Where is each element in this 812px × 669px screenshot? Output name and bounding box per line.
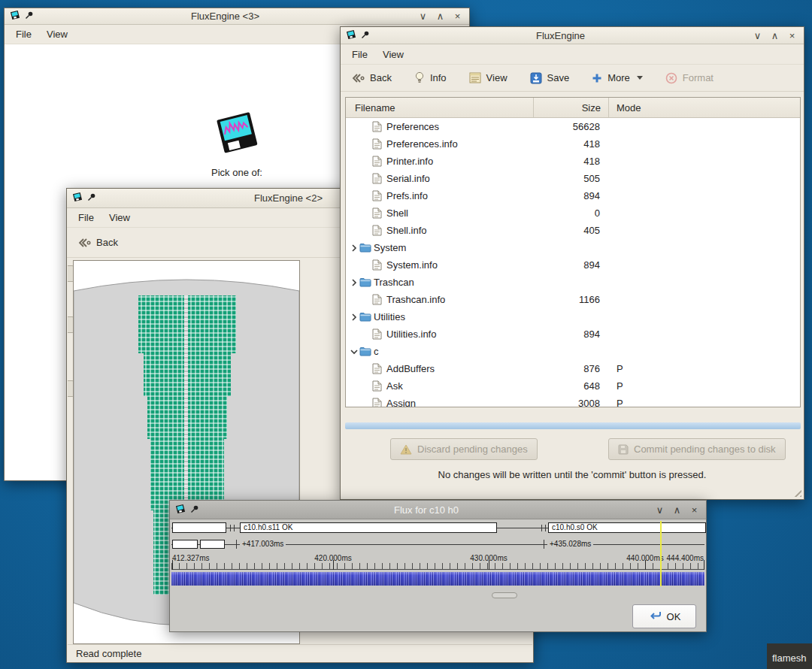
filename-cell: Shell.info [346, 225, 534, 236]
chevron-down-icon[interactable] [349, 348, 359, 356]
table-row[interactable]: Assign3008P [346, 395, 800, 407]
filename-cell: AddBuffers [346, 363, 534, 374]
folder-icon [359, 243, 373, 253]
close-button[interactable]: × [688, 504, 701, 516]
menu-view[interactable]: View [102, 209, 137, 226]
table-row[interactable]: Trashcan.info1166 [346, 291, 800, 308]
chevron-right-icon[interactable] [349, 313, 359, 321]
maximize-button[interactable]: ∧ [434, 11, 447, 22]
time-axis-label: 444.400ms [667, 554, 704, 562]
chevron-right-icon[interactable] [349, 279, 359, 286]
major-tick [489, 560, 489, 570]
sector-box[interactable] [172, 522, 226, 533]
filename-cell: Printer.info [346, 156, 534, 167]
scrollbar-handle[interactable] [492, 592, 517, 598]
file-mode: P [609, 363, 800, 374]
flameshot-tray-label[interactable]: flamesh [767, 643, 812, 669]
filename: Assign [386, 398, 416, 407]
close-button[interactable]: × [786, 30, 798, 41]
filename: Shell.info [386, 225, 426, 236]
table-row[interactable]: System [346, 239, 800, 256]
record-box[interactable] [200, 540, 225, 549]
file-icon [372, 225, 386, 236]
sector-box[interactable]: c10.h0.s0 OK [548, 522, 706, 533]
file-icon [372, 294, 386, 305]
format-button: Format [665, 72, 714, 84]
track-tick [541, 525, 542, 531]
table-row[interactable]: Prefs.info894 [346, 187, 800, 204]
pin-icon[interactable] [190, 504, 199, 516]
progress-bar [345, 422, 801, 429]
save-icon [530, 72, 542, 84]
filename: Serial.info [386, 173, 430, 184]
toolbar: Back Info View Save More Format [341, 65, 804, 92]
table-row[interactable]: Preferences56628 [346, 118, 800, 135]
column-filename[interactable]: Filename [346, 98, 534, 117]
column-mode[interactable]: Mode [609, 98, 800, 117]
back-button[interactable]: Back [351, 72, 392, 83]
pin-icon[interactable] [25, 11, 34, 22]
filename: Utilities [374, 311, 405, 322]
ok-button[interactable]: OK [632, 604, 696, 628]
titlebar[interactable]: FluxEngine <3> ∨ ∧ × [5, 8, 469, 25]
resize-grip[interactable] [792, 487, 801, 497]
menu-file[interactable]: File [71, 209, 101, 226]
pin-icon[interactable] [361, 30, 370, 41]
save-button[interactable]: Save [530, 72, 570, 84]
filename-cell: System [346, 242, 534, 253]
file-size: 894 [534, 259, 609, 271]
sector-box[interactable]: c10.h0.s11 OK [240, 522, 497, 533]
record-box[interactable] [172, 540, 198, 549]
table-row[interactable]: Preferences.info418 [346, 135, 800, 153]
table-row[interactable]: Serial.info505 [346, 170, 800, 187]
chevron-right-icon[interactable] [349, 244, 359, 252]
close-button[interactable]: × [451, 11, 464, 22]
table-row[interactable]: c [346, 343, 800, 360]
menu-file[interactable]: File [345, 46, 374, 63]
table-row[interactable]: Printer.info418 [346, 153, 800, 170]
table-row[interactable]: Shell0 [346, 204, 800, 222]
filename-cell: c [346, 346, 534, 357]
filename-cell: Preferences [346, 121, 534, 132]
chevron-down-icon[interactable] [637, 76, 643, 80]
titlebar[interactable]: FluxEngine ∨ ∧ × [341, 27, 804, 44]
info-button[interactable]: Info [414, 71, 447, 84]
view-button[interactable]: View [469, 72, 508, 83]
menu-view[interactable]: View [376, 46, 411, 63]
commit-changes-button[interactable]: Commit pending changes to disk [608, 438, 786, 460]
major-tick [645, 560, 646, 570]
column-size[interactable]: Size [534, 98, 609, 117]
filename: System.info [386, 259, 438, 271]
table-row[interactable]: Utilities [346, 308, 800, 325]
sector-label: c10.h0.s0 OK [552, 523, 598, 531]
shade-button[interactable]: ∨ [653, 504, 666, 516]
table-row[interactable]: Trashcan [346, 274, 800, 291]
maximize-button[interactable]: ∧ [671, 504, 683, 516]
menu-file[interactable]: File [9, 26, 38, 43]
shade-button[interactable]: ∨ [417, 11, 429, 22]
maximize-button[interactable]: ∧ [768, 30, 781, 41]
app-icon [175, 504, 186, 516]
shade-button[interactable]: ∨ [751, 30, 764, 41]
folder-icon [359, 312, 373, 322]
more-button[interactable]: More [592, 72, 643, 83]
back-button[interactable]: Back [77, 237, 118, 248]
view-label: View [486, 72, 508, 83]
save-label: Save [547, 72, 570, 83]
table-row[interactable]: Utilities.info894 [346, 325, 800, 343]
filename: AddBuffers [386, 363, 435, 374]
menu-view[interactable]: View [40, 26, 74, 43]
table-row[interactable]: System.info894 [346, 256, 800, 274]
table-header: Filename Size Mode [346, 98, 800, 118]
cursor-line [660, 521, 662, 586]
filename: c [374, 346, 379, 357]
table-row[interactable]: AddBuffers876P [346, 360, 800, 377]
titlebar[interactable]: Flux for c10 h0 ∨ ∧ × [170, 501, 706, 519]
track-tick [545, 525, 546, 531]
app-icon [346, 29, 356, 42]
file-icon [372, 363, 386, 374]
table-row[interactable]: Shell.info405 [346, 222, 800, 239]
table-row[interactable]: Ask648P [346, 377, 800, 395]
pin-icon[interactable] [87, 192, 96, 204]
discard-changes-button[interactable]: Discard pending changes [390, 438, 538, 460]
